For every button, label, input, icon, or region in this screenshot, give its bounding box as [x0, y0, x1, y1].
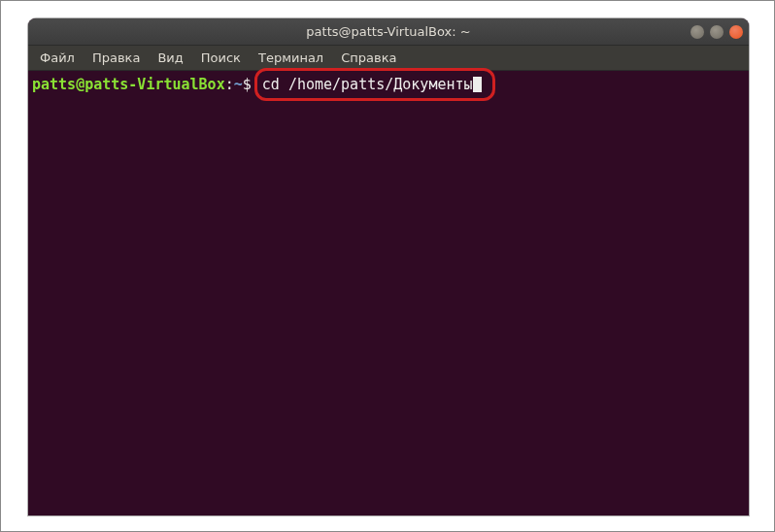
prompt-user-host: patts@patts-VirtualBox	[32, 76, 225, 93]
window-controls	[691, 25, 743, 39]
maximize-button[interactable]	[710, 25, 724, 39]
menu-terminal[interactable]: Терминал	[251, 48, 331, 68]
minimize-button[interactable]	[691, 25, 704, 39]
command-highlight: cd /home/patts/Документы	[258, 73, 489, 96]
prompt-symbol: $	[243, 76, 252, 93]
prompt-line: patts@patts-VirtualBox:~$ cd /home/patts…	[32, 73, 745, 96]
terminal-body[interactable]: patts@patts-VirtualBox:~$ cd /home/patts…	[28, 71, 749, 515]
prompt-path: ~	[234, 76, 243, 93]
titlebar[interactable]: patts@patts-VirtualBox: ~	[28, 18, 749, 46]
menubar: Файл Правка Вид Поиск Терминал Справка	[28, 46, 749, 71]
prompt-separator: :	[225, 76, 234, 93]
window-title: patts@patts-VirtualBox: ~	[306, 24, 470, 39]
menu-help[interactable]: Справка	[333, 48, 404, 68]
menu-search[interactable]: Поиск	[193, 48, 249, 68]
menu-file[interactable]: Файл	[32, 48, 83, 68]
menu-view[interactable]: Вид	[150, 48, 190, 68]
terminal-window: patts@patts-VirtualBox: ~ Файл Правка Ви…	[28, 18, 749, 515]
close-button[interactable]	[729, 25, 743, 39]
cursor	[473, 77, 482, 92]
menu-edit[interactable]: Правка	[84, 48, 148, 68]
command-text: cd /home/patts/Документы	[262, 76, 473, 93]
